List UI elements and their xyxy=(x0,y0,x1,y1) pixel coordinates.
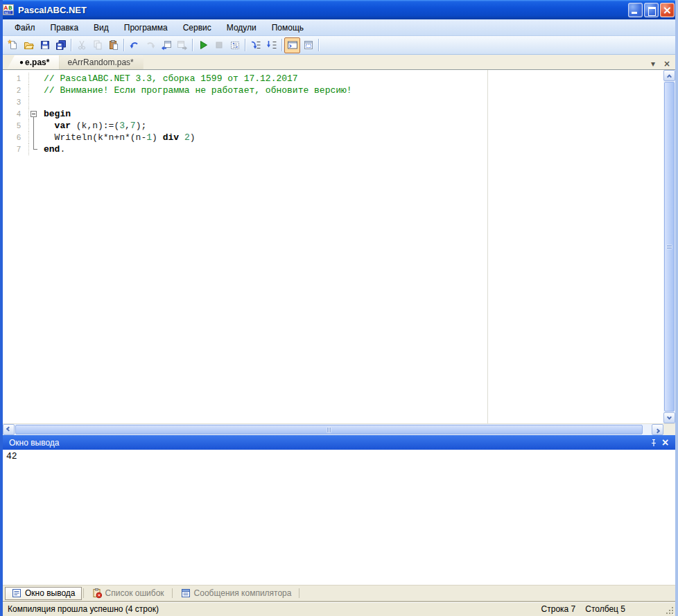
show-form-window-button[interactable] xyxy=(300,37,316,53)
toolbar-separator xyxy=(281,39,282,51)
tab-e-pas[interactable]: ●e.pas* xyxy=(7,55,59,69)
stop-button[interactable] xyxy=(211,37,227,53)
maximize-button[interactable] xyxy=(644,3,659,17)
close-document-button[interactable]: × xyxy=(661,58,672,69)
close-output-panel-button[interactable]: × xyxy=(659,437,671,448)
tab-list-dropdown-button[interactable]: ▾ xyxy=(647,58,659,69)
menu-item-help[interactable]: Помощь xyxy=(264,19,311,35)
bottom-tab-error-list[interactable]: Список ошибок xyxy=(85,587,171,600)
code-text: var (k,n):=(3,7); xyxy=(42,120,146,132)
menu-item-program[interactable]: Программа xyxy=(116,19,175,35)
cut-button[interactable] xyxy=(73,37,89,53)
pascalabc-window: A B NET PascalABC.NET ФайлПравкаВидПрогр… xyxy=(0,0,678,616)
line-number: 4 xyxy=(3,108,29,120)
paste-icon xyxy=(108,39,119,51)
window-title: PascalABC.NET xyxy=(18,5,628,15)
code-text: Writeln(k*n+n*(n-1) div 2) xyxy=(42,132,195,143)
modified-dot-icon: ● xyxy=(19,58,24,66)
errors-icon xyxy=(92,588,103,599)
svg-text:A: A xyxy=(4,5,8,11)
menu-item-modules[interactable]: Модули xyxy=(219,19,264,35)
tab-label: e.pas* xyxy=(25,58,49,67)
toggle-output-window-button[interactable] xyxy=(284,37,300,53)
document-tabstrip: ●e.pas*eArrRandom.pas* ▾× xyxy=(3,55,675,70)
undo-button[interactable] xyxy=(126,37,142,53)
thumb-grip xyxy=(667,248,672,249)
window-controls xyxy=(628,3,675,17)
step-over-button[interactable] xyxy=(247,37,263,53)
copy-button[interactable] xyxy=(89,37,105,53)
bottom-tab-separator xyxy=(83,588,84,598)
svg-text:NET: NET xyxy=(5,11,11,15)
output-panel-title: Окно вывода xyxy=(9,438,647,448)
paste-button[interactable] xyxy=(105,37,121,53)
messages-icon xyxy=(180,588,191,599)
scrollbar-corner xyxy=(663,424,675,435)
save-file-icon xyxy=(40,39,51,51)
cut-icon xyxy=(76,39,87,51)
undo-icon xyxy=(129,39,140,51)
status-bar: Компиляция прошла успешно (4 строк) Стро… xyxy=(3,601,675,616)
run-button[interactable] xyxy=(195,37,211,53)
bottom-tab-compiler-messages[interactable]: Сообщения компилятора xyxy=(174,587,298,600)
resize-grip[interactable] xyxy=(665,606,674,615)
menu-item-file[interactable]: Файл xyxy=(7,19,43,35)
horizontal-scroll-thumb[interactable] xyxy=(15,425,643,434)
close-icon: × xyxy=(661,437,670,448)
bottom-tab-output-window[interactable]: Окно вывода xyxy=(5,587,82,600)
scroll-left-button[interactable] xyxy=(3,424,15,435)
next-window-button[interactable] xyxy=(174,37,190,53)
editor-line: 5 var (k,n):=(3,7); xyxy=(3,120,663,132)
watch-grid-icon xyxy=(229,39,241,51)
toolbar-separator xyxy=(123,39,124,51)
open-file-button[interactable] xyxy=(21,37,37,53)
redo-button[interactable] xyxy=(142,37,158,53)
vertical-scroll-track[interactable] xyxy=(663,81,675,412)
step-into-button[interactable] xyxy=(263,37,279,53)
code-text: // Внимание! Если программа не работает,… xyxy=(42,85,352,96)
bottom-tab-separator xyxy=(172,588,173,598)
thumb-grip xyxy=(327,428,328,432)
new-file-button[interactable] xyxy=(5,37,21,53)
save-file-button[interactable] xyxy=(37,37,53,53)
menu-item-service[interactable]: Сервис xyxy=(175,19,219,35)
scroll-up-button[interactable] xyxy=(663,70,675,81)
fold-collapse-icon[interactable] xyxy=(29,108,42,120)
menu-bar: ФайлПравкаВидПрограммаСервисМодулиПомощь xyxy=(3,19,675,36)
horizontal-scroll-track[interactable] xyxy=(15,424,652,435)
menu-item-edit[interactable]: Правка xyxy=(43,19,87,35)
minimize-button[interactable] xyxy=(628,3,643,17)
output-icon xyxy=(11,588,22,599)
step-over-icon xyxy=(250,39,261,51)
vertical-scrollbar[interactable] xyxy=(663,70,675,423)
scroll-down-button[interactable] xyxy=(663,412,675,423)
tab-earrrandom-pas[interactable]: eArrRandom.pas* xyxy=(55,55,143,69)
watch-grid-button[interactable] xyxy=(227,37,243,53)
menu-item-view[interactable]: Вид xyxy=(86,19,116,35)
copy-icon xyxy=(92,39,103,51)
previous-window-button[interactable] xyxy=(158,37,174,53)
output-panel-content[interactable]: 42 xyxy=(3,450,675,586)
line-number: 3 xyxy=(3,96,29,108)
horizontal-scrollbar[interactable] xyxy=(3,423,675,435)
fold-margin xyxy=(29,132,42,143)
pin-icon xyxy=(650,439,658,447)
editor-lines: 1// PascalABC.NET 3.3, сборка 1599 от 17… xyxy=(3,70,663,155)
open-file-icon xyxy=(24,39,35,51)
toolbar-separator xyxy=(71,39,71,51)
redo-icon xyxy=(145,39,156,51)
code-editor[interactable]: 1// PascalABC.NET 3.3, сборка 1599 от 17… xyxy=(3,70,675,423)
maximize-icon xyxy=(645,3,658,17)
run-icon xyxy=(198,39,209,51)
editor-line: 2// Внимание! Если программа не работает… xyxy=(3,85,663,96)
previous-window-icon xyxy=(161,39,172,51)
toolbar xyxy=(3,36,675,55)
title-bar[interactable]: A B NET PascalABC.NET xyxy=(0,0,678,19)
editor-surface[interactable]: 1// PascalABC.NET 3.3, сборка 1599 от 17… xyxy=(3,70,663,423)
save-all-button[interactable] xyxy=(53,37,69,53)
close-button[interactable] xyxy=(660,3,675,17)
pin-panel-button[interactable] xyxy=(647,437,659,448)
scroll-right-button[interactable] xyxy=(652,424,663,435)
chevron-right-icon xyxy=(655,428,660,433)
vertical-scroll-thumb[interactable] xyxy=(664,82,675,412)
